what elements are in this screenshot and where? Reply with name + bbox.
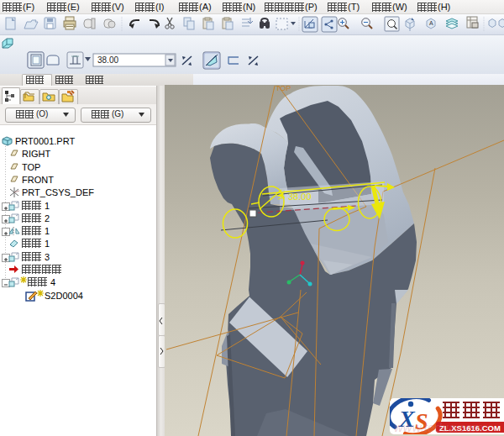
svg-text:www.tedua.com: www.tedua.com (394, 420, 483, 434)
svg-text:38.00: 38.00 (97, 55, 118, 65)
svg-text:TOP: TOP (276, 85, 291, 92)
svg-text:38.00: 38.00 (288, 192, 312, 202)
svg-text:A: A (429, 20, 433, 26)
